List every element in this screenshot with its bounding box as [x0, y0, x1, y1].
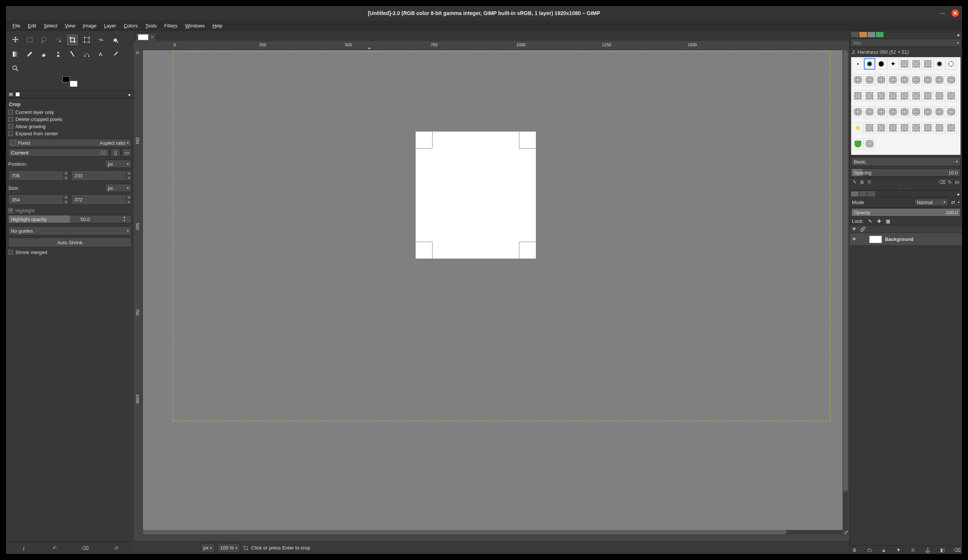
layer-row-background[interactable]: 👁 Background	[850, 233, 962, 246]
vertical-ruler[interactable]: 0 250 500 750 1000	[134, 50, 143, 530]
dock-tab-channels[interactable]	[859, 191, 867, 197]
opt-auto-shrink-button[interactable]: Auto Shrink	[8, 237, 131, 247]
tool-opt-tab-icon[interactable]	[8, 92, 13, 97]
status-unit-select[interactable]: px▾	[201, 543, 215, 552]
layer-dock-menu-icon[interactable]: ◂	[955, 191, 960, 197]
tool-clone[interactable]	[52, 48, 65, 61]
canvas[interactable]	[143, 50, 842, 530]
tool-eraser[interactable]	[38, 48, 50, 61]
menu-colors[interactable]: Colors	[120, 22, 141, 30]
brush-refresh-icon[interactable]: ↻	[947, 179, 952, 184]
fg-color-swatch[interactable]	[62, 76, 70, 82]
brush-filter-input[interactable]: filter▾	[850, 39, 961, 47]
layer-new-icon[interactable]: 🗎	[852, 547, 857, 552]
dock-drag-handle[interactable]: • • •	[850, 186, 962, 190]
tool-gradient[interactable]	[9, 48, 22, 61]
tool-bucket-fill[interactable]	[109, 33, 122, 46]
opt-landscape-button[interactable]: ▭	[122, 149, 131, 157]
opt-fixed-chk[interactable]	[11, 141, 16, 146]
dock-menu-icon[interactable]: ◂	[955, 32, 960, 37]
opt-size-unit[interactable]: px▾	[105, 184, 131, 192]
menu-help[interactable]: Help	[209, 22, 226, 30]
h-scrollbar[interactable]	[143, 530, 842, 534]
menu-filters[interactable]: Filters	[161, 22, 181, 30]
layer-group-icon[interactable]: 🗀	[867, 547, 872, 552]
tool-unified-transform[interactable]	[80, 33, 93, 46]
tool-crop[interactable]	[66, 33, 79, 46]
bg-color-swatch[interactable]	[70, 81, 78, 87]
image-tab[interactable]: ×	[135, 33, 156, 41]
brush-new-icon[interactable]: 🗎	[859, 179, 865, 184]
tool-opts-save-icon[interactable]: ⭳	[21, 546, 26, 551]
opt-highlight-opacity-value[interactable]: 50.0	[80, 217, 90, 222]
menu-select[interactable]: Select	[40, 22, 61, 30]
menu-image[interactable]: Image	[79, 22, 99, 30]
layer-visibility-icon[interactable]: 👁	[851, 236, 857, 242]
v-scrollbar[interactable]	[843, 50, 848, 530]
tool-opts-restore-icon[interactable]: ↶	[52, 546, 57, 551]
tool-opts-delete-icon[interactable]: ⌫	[83, 546, 88, 551]
dock-tab-layers[interactable]	[851, 191, 859, 197]
opt-pos-y-input[interactable]: 233▴▾	[71, 170, 131, 181]
layer-opacity-slider[interactable]: Opacity 100.0	[851, 208, 960, 217]
brush-dup-icon[interactable]: ⎘	[867, 179, 872, 184]
tool-rect-select[interactable]	[23, 33, 36, 46]
layer-up-icon[interactable]: ▲	[881, 547, 887, 552]
tool-smudge[interactable]	[66, 48, 79, 61]
brush-edit-icon[interactable]: ✎	[852, 179, 857, 184]
tool-color-picker[interactable]	[109, 48, 122, 61]
tool-warp[interactable]	[95, 33, 108, 46]
layer-mode-select[interactable]: Normal▾	[914, 199, 948, 206]
tool-zoom[interactable]	[9, 62, 22, 75]
opt-delete-pixels-chk[interactable]	[8, 117, 13, 122]
opt-highlight-chk[interactable]	[8, 208, 13, 213]
crop-handle-ne[interactable]	[519, 131, 536, 149]
opt-guides-select[interactable]: No guides▾	[8, 226, 131, 235]
image-tab-close-icon[interactable]: ×	[151, 34, 154, 40]
layer-thumbnail[interactable]	[869, 236, 882, 243]
opt-size-h-input[interactable]: 372▴▾	[71, 194, 131, 205]
tool-move[interactable]	[9, 33, 22, 46]
opt-position-unit[interactable]: px▾	[105, 160, 131, 168]
crop-handle-nw[interactable]	[415, 131, 433, 149]
brush-spacing-slider[interactable]: Spacing 10.0	[851, 168, 960, 177]
dock-tab-paths[interactable]	[868, 191, 875, 197]
lock-pixels-icon[interactable]: ✎	[867, 219, 873, 224]
menu-layer[interactable]: Layer	[101, 22, 120, 30]
menu-view[interactable]: View	[61, 22, 79, 30]
crop-handle-sw[interactable]	[415, 242, 433, 259]
fg-bg-color[interactable]	[62, 76, 78, 87]
layer-down-icon[interactable]: ▼	[896, 547, 901, 552]
opt-fixed-mode[interactable]: Aspect ratio ▾	[99, 140, 129, 146]
opt-size-w-input[interactable]: 354▴▾	[8, 194, 69, 205]
tool-text[interactable]: A	[95, 48, 108, 61]
tool-pencil[interactable]	[23, 48, 36, 61]
dock-tab-history[interactable]	[876, 32, 883, 37]
lock-position-icon[interactable]: ✚	[876, 219, 882, 224]
tool-opt-menu-icon[interactable]: ◂	[126, 92, 131, 97]
brush-grid[interactable]: ✦	[851, 57, 960, 155]
menu-windows[interactable]: Windows	[182, 22, 209, 30]
layer-merge-icon[interactable]: ⚓	[925, 547, 930, 552]
opt-fixed-value[interactable]: Current	[11, 150, 28, 156]
horizontal-ruler[interactable]: 0 250 500 750 1000 1250 1500 ▾	[143, 41, 842, 50]
crop-rect[interactable]	[415, 131, 536, 259]
layer-mask-icon[interactable]: ◧	[940, 547, 945, 552]
minimize-button[interactable]: —	[939, 9, 946, 17]
dock-tab-patterns[interactable]	[859, 32, 867, 37]
brush-open-icon[interactable]: 🗁	[955, 179, 960, 184]
brush-preset-select[interactable]: Basic,▾	[851, 157, 960, 166]
layer-delete-icon[interactable]: ⌫	[955, 547, 960, 552]
layer-dup-icon[interactable]: ⎘	[910, 547, 916, 552]
nav-preview-icon[interactable]: ⤢	[844, 529, 849, 535]
lock-alpha-icon[interactable]: ▦	[885, 219, 890, 224]
close-button[interactable]	[951, 9, 959, 17]
menu-edit[interactable]: Edit	[25, 22, 40, 30]
status-zoom-select[interactable]: 100 %▾	[217, 543, 240, 552]
opt-portrait-button[interactable]: ▯	[111, 149, 120, 157]
tool-opts-reset-icon[interactable]: ↺	[113, 546, 119, 551]
dock-tab-brushes[interactable]	[851, 32, 859, 37]
crop-handle-se[interactable]	[519, 242, 536, 259]
layer-mode-switch-icon[interactable]: ⇄	[950, 200, 956, 205]
tool-opt-tab2-icon[interactable]	[15, 92, 20, 97]
